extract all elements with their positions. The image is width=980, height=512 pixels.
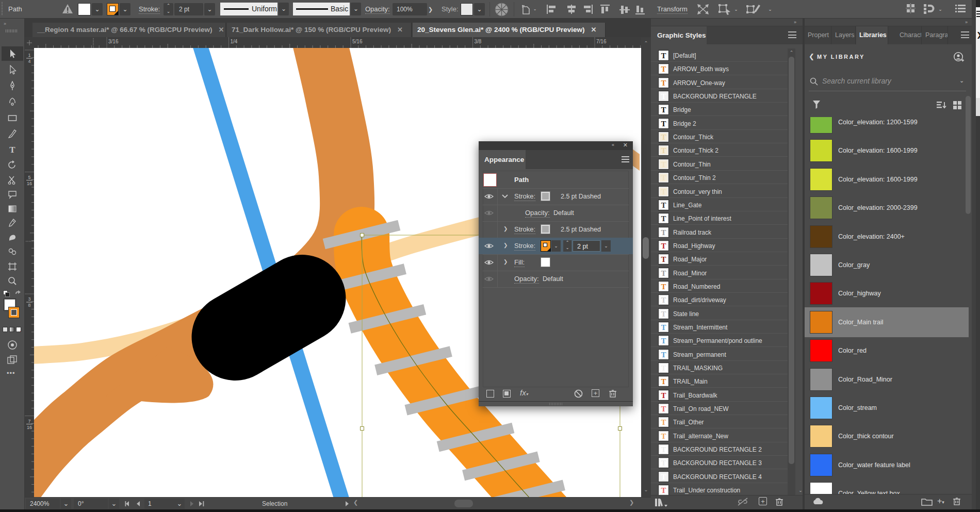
svg-text:5/16: 5/16 — [352, 39, 363, 44]
svg-text:1: 1 — [28, 53, 30, 58]
svg-text:7/16: 7/16 — [596, 39, 607, 44]
svg-text:3/16: 3/16 — [108, 39, 119, 44]
svg-text:3/8: 3/8 — [475, 39, 482, 44]
svg-text:5: 5 — [28, 175, 30, 180]
svg-text:4: 4 — [28, 59, 30, 64]
svg-text:16: 16 — [27, 181, 32, 186]
svg-text:T: T — [9, 145, 15, 155]
svg-text:7: 7 — [28, 419, 30, 424]
svg-text:3: 3 — [28, 296, 30, 302]
svg-text:1/4: 1/4 — [231, 39, 238, 44]
svg-text:16: 16 — [27, 425, 32, 430]
svg-text:8: 8 — [28, 303, 30, 308]
